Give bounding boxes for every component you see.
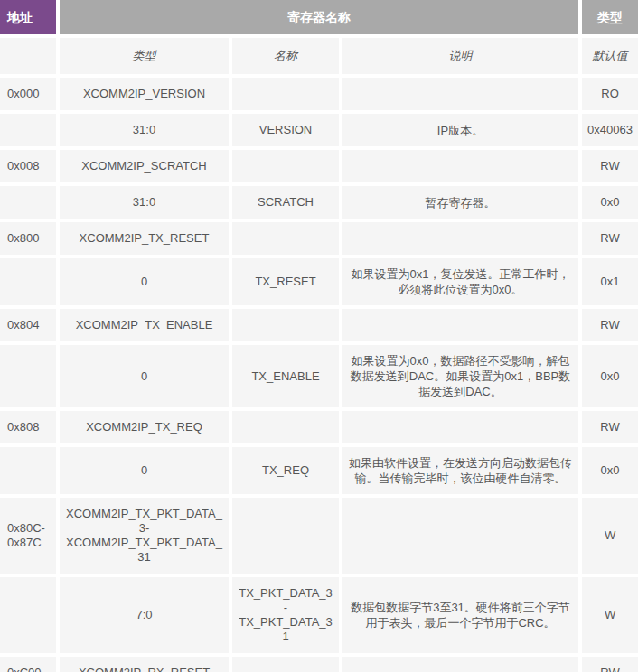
field-cell: XCOMM2IP_TX_RESET xyxy=(60,222,232,258)
default-cell: 0x40063 xyxy=(582,114,638,150)
name-cell: TX_RESET xyxy=(232,258,342,309)
field-cell: 0 xyxy=(60,345,232,411)
subheader-name-label: 名称 xyxy=(232,38,342,78)
default-cell: RW xyxy=(582,150,638,186)
address-cell: 0x804 xyxy=(0,309,60,345)
default-cell: RO xyxy=(582,78,638,114)
description-cell: 如果设置为0x0，数据路径不受影响，解包数据发送到DAC。如果设置为0x1，BB… xyxy=(342,345,582,411)
address-cell xyxy=(0,114,60,150)
table-row: 0x808XCOMM2IP_TX_REQRW xyxy=(0,411,638,447)
default-cell: RW xyxy=(582,411,638,447)
table-row: 0TX_ENABLE如果设置为0x0，数据路径不受影响，解包数据发送到DAC。如… xyxy=(0,345,638,411)
address-cell xyxy=(0,345,60,411)
register-map-table: 地址 寄存器名称 类型 类型 名称 说明 默认值 0x000XCOMM2IP_V… xyxy=(0,0,638,672)
table-row: 0x804XCOMM2IP_TX_ENABLERW xyxy=(0,309,638,345)
subheader-type-label: 类型 xyxy=(60,38,232,78)
table-row: 0TX_RESET如果设置为0x1，复位发送。正常工作时，必须将此位设置为0x0… xyxy=(0,258,638,309)
register-name-column-header: 寄存器名称 xyxy=(60,0,582,38)
default-cell: W xyxy=(582,577,638,657)
table-subheader-row: 类型 名称 说明 默认值 xyxy=(0,38,638,78)
table-row: 0x800XCOMM2IP_TX_RESETRW xyxy=(0,222,638,258)
table-row: 0xC00XCOMM2IP_RX_RESETRW xyxy=(0,657,638,672)
address-cell xyxy=(0,447,60,498)
subheader-empty-cell xyxy=(0,38,60,78)
address-cell xyxy=(0,258,60,309)
default-cell: 0x1 xyxy=(582,258,638,309)
name-cell xyxy=(232,222,342,258)
name-cell: TX_REQ xyxy=(232,447,342,498)
table-body: 0x000XCOMM2IP_VERSIONRO31:0VERSIONIP版本。0… xyxy=(0,78,638,672)
description-cell: 暂存寄存器。 xyxy=(342,186,582,222)
description-cell: 数据包数据字节3至31。硬件将前三个字节用于表头，最后一个字节用于CRC。 xyxy=(342,577,582,657)
default-cell: 0x0 xyxy=(582,447,638,498)
description-cell xyxy=(342,222,582,258)
address-cell: 0x808 xyxy=(0,411,60,447)
field-cell: XCOMM2IP_RX_RESET xyxy=(60,657,232,672)
register-map-document: 地址 寄存器名称 类型 类型 名称 说明 默认值 0x000XCOMM2IP_V… xyxy=(0,0,638,672)
name-cell xyxy=(232,78,342,114)
field-cell: XCOMM2IP_TX_REQ xyxy=(60,411,232,447)
subheader-default-label: 默认值 xyxy=(582,38,638,78)
description-cell: 如果设置为0x1，复位发送。正常工作时，必须将此位设置为0x0。 xyxy=(342,258,582,309)
table-header-row: 地址 寄存器名称 类型 xyxy=(0,0,638,38)
default-cell: RW xyxy=(582,657,638,672)
table-row: 0x80C-0x87CXCOMM2IP_TX_PKT_DATA_3-XCOMM2… xyxy=(0,498,638,577)
address-column-header: 地址 xyxy=(0,0,60,38)
default-cell: RW xyxy=(582,222,638,258)
description-cell xyxy=(342,411,582,447)
table-row: 0x000XCOMM2IP_VERSIONRO xyxy=(0,78,638,114)
description-cell xyxy=(342,78,582,114)
default-cell: 0x0 xyxy=(582,345,638,411)
field-cell: 0 xyxy=(60,258,232,309)
field-cell: 7:0 xyxy=(60,577,232,657)
field-cell: XCOMM2IP_TX_ENABLE xyxy=(60,309,232,345)
description-cell xyxy=(342,309,582,345)
subheader-description-label: 说明 xyxy=(342,38,582,78)
address-cell xyxy=(0,186,60,222)
address-cell: 0xC00 xyxy=(0,657,60,672)
name-cell: TX_ENABLE xyxy=(232,345,342,411)
name-cell xyxy=(232,309,342,345)
field-cell: 31:0 xyxy=(60,114,232,150)
default-cell: 0x0 xyxy=(582,186,638,222)
table-row: 0TX_REQ如果由软件设置，在发送方向启动数据包传输。当传输完毕时，该位由硬件… xyxy=(0,447,638,498)
description-cell xyxy=(342,150,582,186)
name-cell: TX_PKT_DATA_3-TX_PKT_DATA_31 xyxy=(232,577,342,657)
table-row: 0x008XCOMM2IP_SCRATCHRW xyxy=(0,150,638,186)
description-cell xyxy=(342,657,582,672)
default-cell: W xyxy=(582,498,638,577)
name-cell xyxy=(232,498,342,577)
field-cell: XCOMM2IP_TX_PKT_DATA_3-XCOMM2IP_TX_PKT_D… xyxy=(60,498,232,577)
field-cell: XCOMM2IP_SCRATCH xyxy=(60,150,232,186)
address-cell: 0x000 xyxy=(0,78,60,114)
address-cell: 0x008 xyxy=(0,150,60,186)
name-cell: VERSION xyxy=(232,114,342,150)
field-cell: XCOMM2IP_VERSION xyxy=(60,78,232,114)
name-cell xyxy=(232,657,342,672)
address-cell xyxy=(0,577,60,657)
description-cell: 如果由软件设置，在发送方向启动数据包传输。当传输完毕时，该位由硬件自清零。 xyxy=(342,447,582,498)
address-cell: 0x80C-0x87C xyxy=(0,498,60,577)
description-cell xyxy=(342,498,582,577)
table-row: 7:0TX_PKT_DATA_3-TX_PKT_DATA_31数据包数据字节3至… xyxy=(0,577,638,657)
field-cell: 0 xyxy=(60,447,232,498)
name-cell xyxy=(232,411,342,447)
field-cell: 31:0 xyxy=(60,186,232,222)
type-column-header: 类型 xyxy=(582,0,638,38)
name-cell: SCRATCH xyxy=(232,186,342,222)
default-cell: RW xyxy=(582,309,638,345)
description-cell: IP版本。 xyxy=(342,114,582,150)
table-row: 31:0VERSIONIP版本。0x40063 xyxy=(0,114,638,150)
name-cell xyxy=(232,150,342,186)
address-cell: 0x800 xyxy=(0,222,60,258)
table-row: 31:0SCRATCH暂存寄存器。0x0 xyxy=(0,186,638,222)
